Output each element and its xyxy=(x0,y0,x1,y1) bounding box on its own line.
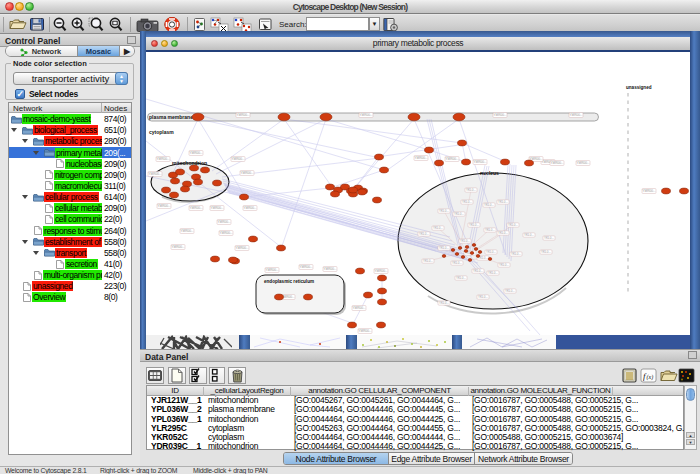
svg-text:YKL0...: YKL0... xyxy=(419,232,429,236)
svg-text:YKL0...: YKL0... xyxy=(433,226,443,230)
svg-text:YKL0...: YKL0... xyxy=(499,263,509,267)
svg-text:YMR00...: YMR00... xyxy=(359,113,372,117)
svg-text:YMR00...: YMR00... xyxy=(493,113,506,117)
svg-text:YMR00...: YMR00... xyxy=(299,265,312,269)
svg-text:YKL0...: YKL0... xyxy=(508,223,518,227)
svg-text:endoplasmic reticulum: endoplasmic reticulum xyxy=(264,279,314,284)
svg-text:YKL0...: YKL0... xyxy=(544,236,554,240)
svg-text:(x): (x) xyxy=(647,374,654,381)
svg-text:YKL0...: YKL0... xyxy=(484,203,494,207)
svg-text:YKL0...: YKL0... xyxy=(452,261,462,265)
svg-text:YMR00...: YMR00... xyxy=(235,246,248,250)
svg-text:YKL0...: YKL0... xyxy=(485,228,495,232)
svg-text:YKL0...: YKL0... xyxy=(498,200,508,204)
svg-text:YKL0...: YKL0... xyxy=(469,223,479,227)
svg-text:YMR00...: YMR00... xyxy=(189,206,202,210)
svg-text:YKL0...: YKL0... xyxy=(439,246,449,250)
svg-text:YMR00...: YMR00... xyxy=(352,306,365,310)
svg-text:YMR00...: YMR00... xyxy=(323,267,336,271)
svg-text:YKL0...: YKL0... xyxy=(456,276,466,280)
svg-text:YMR00...: YMR00... xyxy=(148,172,161,176)
svg-text:YKL0...: YKL0... xyxy=(439,301,449,305)
svg-text:cytoplasm: cytoplasm xyxy=(149,129,174,135)
svg-text:YKL0...: YKL0... xyxy=(473,269,483,273)
svg-text:YKL0...: YKL0... xyxy=(524,233,534,237)
svg-text:YMR00...: YMR00... xyxy=(374,269,387,273)
svg-text:YKL0...: YKL0... xyxy=(423,259,433,263)
svg-text:YMR00...: YMR00... xyxy=(265,268,278,272)
svg-text:YMR00...: YMR00... xyxy=(219,231,232,235)
svg-text:YMR00...: YMR00... xyxy=(414,156,427,160)
svg-text:YMR00...: YMR00... xyxy=(217,220,230,224)
svg-text:YMR00...: YMR00... xyxy=(180,229,193,233)
svg-text:plasma membrane: plasma membrane xyxy=(149,114,193,120)
svg-text:YMR00...: YMR00... xyxy=(550,161,563,165)
svg-text:YKL0...: YKL0... xyxy=(454,212,464,216)
svg-text:YMR00...: YMR00... xyxy=(156,157,169,161)
svg-text:YMR00...: YMR00... xyxy=(642,189,655,193)
svg-text:YKL0...: YKL0... xyxy=(511,252,521,256)
svg-text:YKL0...: YKL0... xyxy=(486,250,496,254)
svg-text:YMR00...: YMR00... xyxy=(445,157,458,161)
svg-text:YMR00...: YMR00... xyxy=(236,113,249,117)
svg-text:YMR00...: YMR00... xyxy=(473,160,486,164)
svg-text:YKL0...: YKL0... xyxy=(460,239,470,243)
svg-text:YMR00...: YMR00... xyxy=(171,245,184,249)
svg-text:YKL0...: YKL0... xyxy=(488,271,498,275)
svg-text:YMR00...: YMR00... xyxy=(569,113,582,117)
svg-text:YMR00...: YMR00... xyxy=(231,157,244,161)
svg-text:YKL0...: YKL0... xyxy=(498,231,508,235)
svg-text:YMR00...: YMR00... xyxy=(243,206,256,210)
svg-text:mitochondrion: mitochondrion xyxy=(172,160,207,166)
svg-text:YMR00...: YMR00... xyxy=(210,206,223,210)
svg-text:YKL0...: YKL0... xyxy=(478,295,488,299)
svg-text:YMR00...: YMR00... xyxy=(189,151,202,155)
svg-text:YMR00...: YMR00... xyxy=(157,204,170,208)
svg-text:YMR00...: YMR00... xyxy=(240,171,253,175)
svg-text:YKL0...: YKL0... xyxy=(541,250,551,254)
svg-text:YMR00...: YMR00... xyxy=(576,161,589,165)
svg-text:YKL0...: YKL0... xyxy=(462,200,472,204)
svg-text:unassigned: unassigned xyxy=(626,85,652,90)
svg-text:YKL0...: YKL0... xyxy=(439,209,449,213)
svg-text:YMR00...: YMR00... xyxy=(358,329,371,333)
svg-text:YKL0...: YKL0... xyxy=(466,188,476,192)
svg-text:YKL0...: YKL0... xyxy=(505,289,515,293)
